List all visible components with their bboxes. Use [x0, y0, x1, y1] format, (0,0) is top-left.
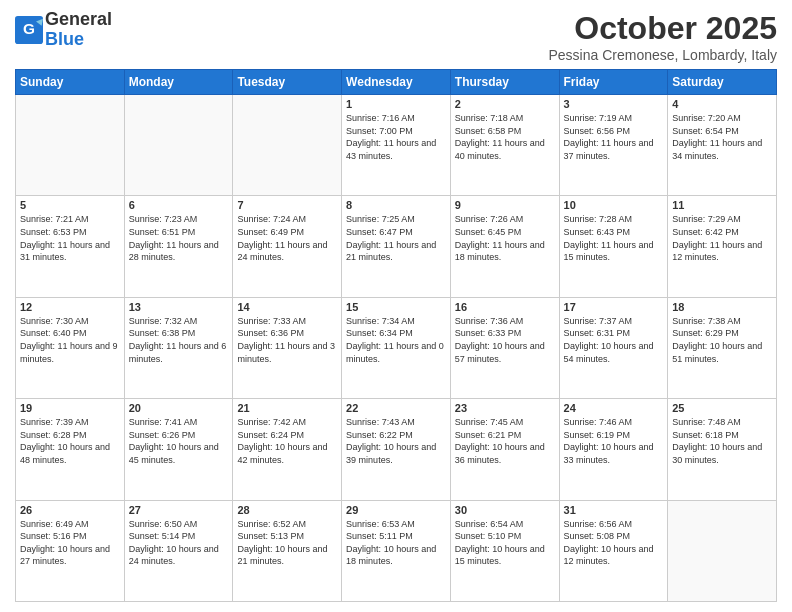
day-number: 13 — [129, 301, 229, 313]
calendar-cell-w2-d2: 6Sunrise: 7:23 AM Sunset: 6:51 PM Daylig… — [124, 196, 233, 297]
col-thursday: Thursday — [450, 70, 559, 95]
day-info: Sunrise: 7:46 AM Sunset: 6:19 PM Dayligh… — [564, 416, 664, 466]
day-info: Sunrise: 7:42 AM Sunset: 6:24 PM Dayligh… — [237, 416, 337, 466]
day-info: Sunrise: 7:33 AM Sunset: 6:36 PM Dayligh… — [237, 315, 337, 365]
calendar-cell-w2-d7: 11Sunrise: 7:29 AM Sunset: 6:42 PM Dayli… — [668, 196, 777, 297]
day-info: Sunrise: 7:25 AM Sunset: 6:47 PM Dayligh… — [346, 213, 446, 263]
logo-text: General Blue — [45, 10, 112, 50]
calendar-cell-w5-d4: 29Sunrise: 6:53 AM Sunset: 5:11 PM Dayli… — [342, 500, 451, 601]
day-number: 25 — [672, 402, 772, 414]
location: Pessina Cremonese, Lombardy, Italy — [548, 47, 777, 63]
day-info: Sunrise: 7:29 AM Sunset: 6:42 PM Dayligh… — [672, 213, 772, 263]
calendar-cell-w1-d2 — [124, 95, 233, 196]
calendar-cell-w3-d2: 13Sunrise: 7:32 AM Sunset: 6:38 PM Dayli… — [124, 297, 233, 398]
day-number: 18 — [672, 301, 772, 313]
calendar-cell-w5-d7 — [668, 500, 777, 601]
day-info: Sunrise: 7:38 AM Sunset: 6:29 PM Dayligh… — [672, 315, 772, 365]
day-info: Sunrise: 7:45 AM Sunset: 6:21 PM Dayligh… — [455, 416, 555, 466]
calendar-cell-w2-d1: 5Sunrise: 7:21 AM Sunset: 6:53 PM Daylig… — [16, 196, 125, 297]
calendar-cell-w1-d3 — [233, 95, 342, 196]
day-number: 20 — [129, 402, 229, 414]
calendar-cell-w2-d5: 9Sunrise: 7:26 AM Sunset: 6:45 PM Daylig… — [450, 196, 559, 297]
month-title: October 2025 — [548, 10, 777, 47]
calendar-cell-w2-d6: 10Sunrise: 7:28 AM Sunset: 6:43 PM Dayli… — [559, 196, 668, 297]
calendar-table: Sunday Monday Tuesday Wednesday Thursday… — [15, 69, 777, 602]
week-row-1: 1Sunrise: 7:16 AM Sunset: 7:00 PM Daylig… — [16, 95, 777, 196]
day-info: Sunrise: 6:49 AM Sunset: 5:16 PM Dayligh… — [20, 518, 120, 568]
day-number: 17 — [564, 301, 664, 313]
calendar-cell-w3-d6: 17Sunrise: 7:37 AM Sunset: 6:31 PM Dayli… — [559, 297, 668, 398]
calendar-cell-w1-d5: 2Sunrise: 7:18 AM Sunset: 6:58 PM Daylig… — [450, 95, 559, 196]
calendar-cell-w5-d3: 28Sunrise: 6:52 AM Sunset: 5:13 PM Dayli… — [233, 500, 342, 601]
day-info: Sunrise: 6:50 AM Sunset: 5:14 PM Dayligh… — [129, 518, 229, 568]
day-number: 29 — [346, 504, 446, 516]
calendar-cell-w3-d1: 12Sunrise: 7:30 AM Sunset: 6:40 PM Dayli… — [16, 297, 125, 398]
week-row-4: 19Sunrise: 7:39 AM Sunset: 6:28 PM Dayli… — [16, 399, 777, 500]
day-info: Sunrise: 6:54 AM Sunset: 5:10 PM Dayligh… — [455, 518, 555, 568]
calendar-cell-w5-d2: 27Sunrise: 6:50 AM Sunset: 5:14 PM Dayli… — [124, 500, 233, 601]
svg-text:G: G — [23, 20, 35, 37]
header: G General Blue October 2025 Pessina Crem… — [15, 10, 777, 63]
day-info: Sunrise: 7:23 AM Sunset: 6:51 PM Dayligh… — [129, 213, 229, 263]
day-number: 8 — [346, 199, 446, 211]
day-number: 31 — [564, 504, 664, 516]
day-info: Sunrise: 7:20 AM Sunset: 6:54 PM Dayligh… — [672, 112, 772, 162]
day-number: 19 — [20, 402, 120, 414]
day-number: 6 — [129, 199, 229, 211]
day-number: 5 — [20, 199, 120, 211]
day-info: Sunrise: 7:32 AM Sunset: 6:38 PM Dayligh… — [129, 315, 229, 365]
calendar-header-row: Sunday Monday Tuesday Wednesday Thursday… — [16, 70, 777, 95]
day-info: Sunrise: 6:53 AM Sunset: 5:11 PM Dayligh… — [346, 518, 446, 568]
week-row-3: 12Sunrise: 7:30 AM Sunset: 6:40 PM Dayli… — [16, 297, 777, 398]
calendar-cell-w4-d5: 23Sunrise: 7:45 AM Sunset: 6:21 PM Dayli… — [450, 399, 559, 500]
calendar-cell-w4-d3: 21Sunrise: 7:42 AM Sunset: 6:24 PM Dayli… — [233, 399, 342, 500]
col-monday: Monday — [124, 70, 233, 95]
generalblue-logo-icon: G — [15, 16, 43, 44]
day-number: 22 — [346, 402, 446, 414]
week-row-5: 26Sunrise: 6:49 AM Sunset: 5:16 PM Dayli… — [16, 500, 777, 601]
day-number: 24 — [564, 402, 664, 414]
day-number: 11 — [672, 199, 772, 211]
day-number: 28 — [237, 504, 337, 516]
calendar-cell-w1-d4: 1Sunrise: 7:16 AM Sunset: 7:00 PM Daylig… — [342, 95, 451, 196]
calendar-cell-w3-d7: 18Sunrise: 7:38 AM Sunset: 6:29 PM Dayli… — [668, 297, 777, 398]
calendar-cell-w3-d4: 15Sunrise: 7:34 AM Sunset: 6:34 PM Dayli… — [342, 297, 451, 398]
calendar-cell-w2-d3: 7Sunrise: 7:24 AM Sunset: 6:49 PM Daylig… — [233, 196, 342, 297]
day-info: Sunrise: 6:52 AM Sunset: 5:13 PM Dayligh… — [237, 518, 337, 568]
col-tuesday: Tuesday — [233, 70, 342, 95]
calendar-cell-w4-d7: 25Sunrise: 7:48 AM Sunset: 6:18 PM Dayli… — [668, 399, 777, 500]
day-number: 7 — [237, 199, 337, 211]
day-info: Sunrise: 7:48 AM Sunset: 6:18 PM Dayligh… — [672, 416, 772, 466]
day-number: 21 — [237, 402, 337, 414]
calendar-cell-w4-d6: 24Sunrise: 7:46 AM Sunset: 6:19 PM Dayli… — [559, 399, 668, 500]
day-info: Sunrise: 7:34 AM Sunset: 6:34 PM Dayligh… — [346, 315, 446, 365]
day-info: Sunrise: 7:21 AM Sunset: 6:53 PM Dayligh… — [20, 213, 120, 263]
day-number: 27 — [129, 504, 229, 516]
logo: G General Blue — [15, 10, 112, 50]
day-info: Sunrise: 7:28 AM Sunset: 6:43 PM Dayligh… — [564, 213, 664, 263]
day-info: Sunrise: 7:37 AM Sunset: 6:31 PM Dayligh… — [564, 315, 664, 365]
week-row-2: 5Sunrise: 7:21 AM Sunset: 6:53 PM Daylig… — [16, 196, 777, 297]
calendar-cell-w3-d5: 16Sunrise: 7:36 AM Sunset: 6:33 PM Dayli… — [450, 297, 559, 398]
day-number: 26 — [20, 504, 120, 516]
day-number: 10 — [564, 199, 664, 211]
calendar-cell-w1-d7: 4Sunrise: 7:20 AM Sunset: 6:54 PM Daylig… — [668, 95, 777, 196]
calendar-cell-w4-d4: 22Sunrise: 7:43 AM Sunset: 6:22 PM Dayli… — [342, 399, 451, 500]
logo-blue-text: Blue — [45, 29, 84, 49]
day-number: 9 — [455, 199, 555, 211]
calendar-cell-w4-d1: 19Sunrise: 7:39 AM Sunset: 6:28 PM Dayli… — [16, 399, 125, 500]
col-sunday: Sunday — [16, 70, 125, 95]
col-saturday: Saturday — [668, 70, 777, 95]
title-area: October 2025 Pessina Cremonese, Lombardy… — [548, 10, 777, 63]
day-info: Sunrise: 7:41 AM Sunset: 6:26 PM Dayligh… — [129, 416, 229, 466]
day-info: Sunrise: 7:43 AM Sunset: 6:22 PM Dayligh… — [346, 416, 446, 466]
day-number: 2 — [455, 98, 555, 110]
day-info: Sunrise: 7:18 AM Sunset: 6:58 PM Dayligh… — [455, 112, 555, 162]
calendar-cell-w5-d6: 31Sunrise: 6:56 AM Sunset: 5:08 PM Dayli… — [559, 500, 668, 601]
day-info: Sunrise: 7:36 AM Sunset: 6:33 PM Dayligh… — [455, 315, 555, 365]
calendar-cell-w1-d1 — [16, 95, 125, 196]
logo-general-text: General — [45, 9, 112, 29]
day-info: Sunrise: 7:26 AM Sunset: 6:45 PM Dayligh… — [455, 213, 555, 263]
calendar-cell-w1-d6: 3Sunrise: 7:19 AM Sunset: 6:56 PM Daylig… — [559, 95, 668, 196]
day-info: Sunrise: 6:56 AM Sunset: 5:08 PM Dayligh… — [564, 518, 664, 568]
